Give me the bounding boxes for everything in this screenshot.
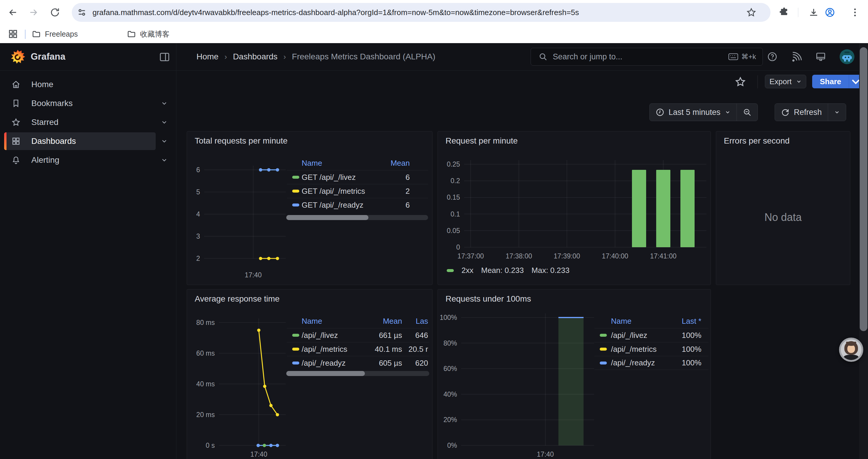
refresh-button[interactable]: Refresh xyxy=(775,104,828,121)
brand-name: Grafana xyxy=(31,52,65,62)
scrollbar-thumb[interactable] xyxy=(860,47,867,331)
monitor-icon[interactable] xyxy=(815,52,826,62)
download-icon[interactable] xyxy=(807,6,820,19)
legend-row: /api/_/livez100% xyxy=(594,328,709,342)
bookmark-icon xyxy=(11,99,21,108)
legend-series-name[interactable]: /api/_/metrics xyxy=(302,345,358,354)
apps-grid-icon[interactable] xyxy=(6,28,20,40)
profile-icon[interactable] xyxy=(824,6,836,19)
sidebar-item-dashboards[interactable]: Dashboards xyxy=(0,132,176,151)
legend-column-header[interactable]: Name xyxy=(302,317,358,326)
dashboard-toolbar: Export Share xyxy=(176,71,859,97)
bookmark-folder[interactable]: 收藏博客 xyxy=(127,25,169,43)
back-arrow-icon[interactable] xyxy=(6,6,20,19)
forward-arrow-icon[interactable] xyxy=(27,6,40,19)
legend-scrollbar-thumb[interactable] xyxy=(286,215,368,220)
panel-average-response-time: Average response time 80 ms60 ms40 ms20 … xyxy=(187,289,433,459)
legend-column-header[interactable]: Mean xyxy=(358,317,402,326)
sidebar-item-home[interactable]: Home xyxy=(0,75,176,94)
svg-text:3: 3 xyxy=(196,232,200,240)
panel-total-requests: Total requests per minute 6543217:40Name… xyxy=(187,131,433,285)
bookmark-label: Freeleaps xyxy=(45,30,78,38)
series-swatch xyxy=(600,334,607,337)
search-shortcut: ⌘+k xyxy=(728,53,756,61)
bookmark-folder[interactable]: Freeleaps xyxy=(32,25,78,43)
folder-icon xyxy=(32,30,41,38)
legend-column-header[interactable]: Last * xyxy=(663,317,701,326)
legend-column-header[interactable]: Name xyxy=(611,317,663,326)
grafana-logo-icon[interactable] xyxy=(10,49,25,64)
legend-series-name[interactable]: /api/_/metrics xyxy=(611,345,663,354)
site-settings-icon[interactable] xyxy=(75,6,88,19)
sidebar-nav: HomeBookmarksStarredDashboardsAlerting xyxy=(0,75,176,169)
zoom-out-button[interactable] xyxy=(737,104,757,121)
breadcrumb-separator: › xyxy=(224,52,227,61)
chevron-down-icon[interactable] xyxy=(161,157,168,164)
star-icon xyxy=(11,118,21,127)
sidebar-item-alerting[interactable]: Alerting xyxy=(0,151,176,169)
legend-row: GET /api/_/livez6 xyxy=(287,170,428,184)
grafana-app: Grafana HomeBookmarksStarredDashboardsAl… xyxy=(0,43,868,459)
svg-text:0%: 0% xyxy=(447,441,457,449)
legend-series-name[interactable]: /api/_/readyz xyxy=(302,359,358,368)
share-button[interactable]: Share xyxy=(812,75,849,88)
svg-text:17:40:00: 17:40:00 xyxy=(602,252,628,260)
extensions-icon[interactable] xyxy=(778,6,790,19)
news-rss-icon[interactable] xyxy=(791,52,802,62)
svg-text:0 s: 0 s xyxy=(206,441,215,449)
help-icon[interactable] xyxy=(767,52,778,62)
svg-text:6: 6 xyxy=(196,166,200,174)
sidebar-item-bookmarks[interactable]: Bookmarks xyxy=(0,94,176,113)
legend-series-name[interactable]: GET /api/_/metrics xyxy=(302,187,377,196)
svg-text:17:41:00: 17:41:00 xyxy=(650,252,677,260)
legend-series-name[interactable]: /api/_/readyz xyxy=(611,358,663,367)
legend-table: NameLast */api/_/livez100%/api/_/metrics… xyxy=(594,314,709,370)
reload-icon[interactable] xyxy=(49,6,61,19)
legend-series-name[interactable]: GET /api/_/readyz xyxy=(302,201,377,210)
chevron-down-icon xyxy=(725,109,731,115)
refresh-interval-button[interactable] xyxy=(828,104,846,121)
legend-column-header[interactable]: Mean xyxy=(377,159,410,168)
sidebar-collapse-icon[interactable] xyxy=(159,52,170,62)
user-avatar[interactable] xyxy=(840,49,855,64)
legend-value: 100% xyxy=(663,331,701,340)
page-scrollbar[interactable] xyxy=(859,43,868,459)
breadcrumb-separator: › xyxy=(283,52,286,61)
legend-scrollbar-thumb[interactable] xyxy=(286,371,365,376)
url-text[interactable]: grafana.mathmast.com/d/deytv4rwavabkb/fr… xyxy=(92,3,737,22)
assistant-avatar[interactable] xyxy=(839,338,863,362)
legend-series-name[interactable]: /api/_/livez xyxy=(611,331,663,340)
search-placeholder: Search or jump to... xyxy=(553,52,728,61)
legend-header-row: NameMean xyxy=(287,156,428,170)
time-range-picker[interactable]: Last 5 minutes xyxy=(650,104,737,121)
svg-text:0.05: 0.05 xyxy=(447,227,460,234)
legend-header-row: NameMeanLas xyxy=(287,314,429,328)
legend-table: NameMeanLas/api/_/livez661 µs646/api/_/m… xyxy=(287,314,429,370)
url-bar[interactable]: grafana.mathmast.com/d/deytv4rwavabkb/fr… xyxy=(72,3,771,22)
search-input[interactable]: Search or jump to... ⌘+k xyxy=(531,48,763,66)
svg-text:20%: 20% xyxy=(443,416,457,424)
panel-title[interactable]: Errors per second xyxy=(724,136,790,145)
favorite-star-icon[interactable] xyxy=(735,76,746,88)
chevron-down-icon[interactable] xyxy=(161,119,168,126)
series-swatch xyxy=(292,348,299,351)
legend-scrollbar[interactable] xyxy=(286,215,428,220)
legend-scrollbar[interactable] xyxy=(286,371,429,376)
legend-value: 6 xyxy=(377,201,410,210)
legend-series-name[interactable]: GET /api/_/livez xyxy=(302,173,377,182)
legend-column-header[interactable]: Name xyxy=(302,159,377,168)
chevron-down-icon[interactable] xyxy=(161,138,168,145)
export-button[interactable]: Export xyxy=(765,75,806,88)
breadcrumb-item[interactable]: Home xyxy=(196,52,219,61)
refresh-group: Refresh xyxy=(775,103,846,121)
breadcrumb-item[interactable]: Dashboards xyxy=(233,52,277,61)
sidebar-item-label: Starred xyxy=(31,118,59,127)
screen: grafana.mathmast.com/d/deytv4rwavabkb/fr… xyxy=(0,0,868,459)
sidebar-item-starred[interactable]: Starred xyxy=(0,113,176,132)
legend-series-name[interactable]: /api/_/livez xyxy=(302,331,358,340)
legend-column-header[interactable]: Las xyxy=(402,317,428,326)
svg-text:20 ms: 20 ms xyxy=(196,411,215,419)
bookmark-star-icon[interactable] xyxy=(745,6,758,19)
chevron-down-icon[interactable] xyxy=(161,100,168,107)
menu-kebab-icon[interactable] xyxy=(848,6,862,19)
